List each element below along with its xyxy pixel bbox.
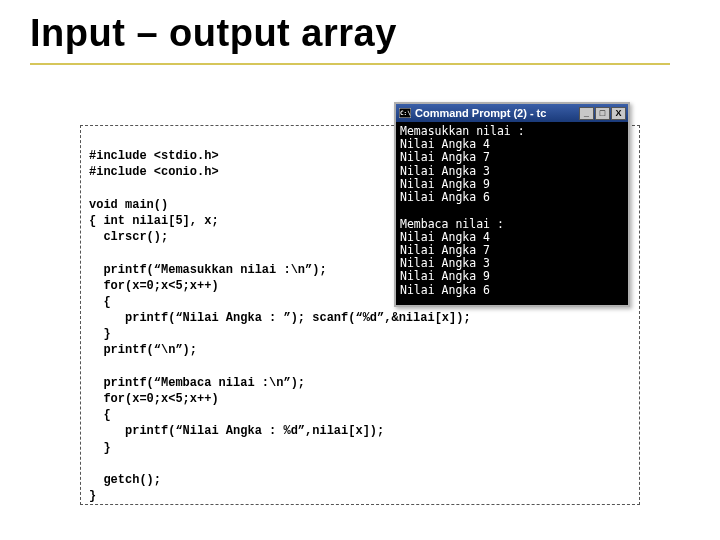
code-line: { int nilai[5], x; (89, 214, 219, 228)
code-line: for(x=0;x<5;x++) (89, 392, 219, 406)
code-line: } (89, 489, 96, 503)
code-line: } (89, 327, 111, 341)
code-line: } (89, 441, 111, 455)
code-line: getch(); (89, 473, 161, 487)
code-line: void main() (89, 198, 168, 212)
code-line: { (89, 408, 111, 422)
code-line: printf(“Memasukkan nilai :\n”); (89, 263, 327, 277)
code-line: clrscr(); (89, 230, 168, 244)
window-title: Command Prompt (2) - tc (415, 107, 579, 119)
maximize-button[interactable]: □ (595, 107, 610, 120)
code-line: printf(“\n”); (89, 343, 197, 357)
code-line: printf(“Membaca nilai :\n”); (89, 376, 305, 390)
svg-text:C:\: C:\ (400, 109, 411, 116)
console-icon: C:\ (398, 107, 411, 120)
code-line: printf(“Nilai Angka : %d”,nilai[x]); (89, 424, 384, 438)
minimize-button[interactable]: _ (579, 107, 594, 120)
code-line: for(x=0;x<5;x++) (89, 279, 219, 293)
titlebar[interactable]: C:\ Command Prompt (2) - tc _ □ X (396, 104, 628, 122)
close-button[interactable]: X (611, 107, 626, 120)
code-line: #include <conio.h> (89, 165, 219, 179)
code-line: printf(“Nilai Angka : ”); scanf(“%d”,&ni… (89, 311, 471, 325)
command-prompt-window: C:\ Command Prompt (2) - tc _ □ X Memasu… (394, 102, 630, 307)
console-output: Memasukkan nilai : Nilai Angka 4 Nilai A… (396, 122, 628, 305)
code-line: { (89, 295, 111, 309)
code-line: #include <stdio.h> (89, 149, 219, 163)
slide-title: Input – output array (30, 12, 670, 65)
